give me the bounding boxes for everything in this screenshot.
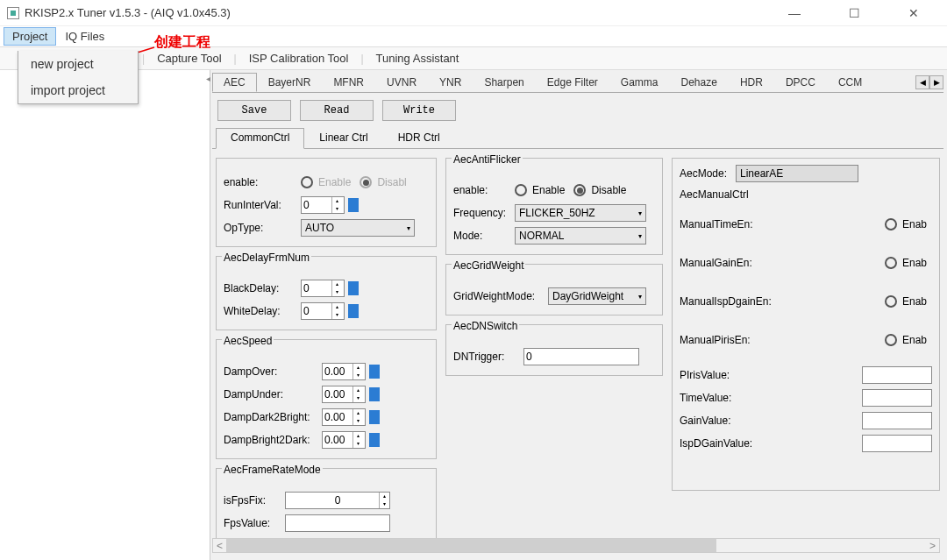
tool-tuning[interactable]: Tuning Assistant — [367, 52, 468, 65]
scroll-right-icon[interactable]: > — [926, 540, 939, 552]
ispdgainvalue-input[interactable] — [862, 435, 932, 452]
whitedelay-input[interactable]: 0▴▾ — [301, 302, 345, 320]
dampover-input[interactable]: 0.00▴▾ — [322, 363, 366, 380]
tab-uvnr[interactable]: UVNR — [375, 73, 428, 91]
subtabstrip: CommonCtrl Linear Ctrl HDR Ctrl — [212, 128, 943, 149]
indicator-icon — [369, 433, 380, 447]
manualgainen-radio[interactable] — [885, 257, 897, 269]
aecmode-select[interactable]: LinearAE — [736, 165, 858, 182]
indicator-icon — [348, 304, 359, 318]
blackdelay-input[interactable]: 0▴▾ — [301, 280, 345, 297]
tab-edgefilter[interactable]: Edge Filter — [536, 73, 609, 91]
aecmode-label: AecMode: — [680, 167, 732, 180]
tabstrip: AEC BayerNR MFNR UVNR YNR Sharpen Edge F… — [212, 72, 943, 93]
tab-mfnr[interactable]: MFNR — [322, 73, 375, 91]
timevalue-input[interactable] — [862, 389, 932, 407]
dampd2b-input[interactable]: 0.00▴▾ — [322, 408, 366, 426]
subtab-commonctrl[interactable]: CommonCtrl — [216, 128, 304, 149]
isfpsfix-label: isFpsFix: — [224, 494, 281, 507]
sidebar: ◂ — [0, 70, 210, 560]
tab-scroll-right-icon[interactable]: ▶ — [929, 75, 943, 89]
manualispdgainen-radio[interactable] — [885, 295, 897, 308]
tab-scroll-left-icon[interactable]: ◀ — [915, 75, 929, 89]
gridweight-label: GridWeightMode: — [453, 290, 545, 302]
af-enable-radio[interactable] — [515, 184, 527, 196]
manualispdgainen-label: ManualIspDgainEn: — [680, 295, 792, 308]
write-button[interactable]: Write — [382, 100, 456, 121]
tab-sharpen[interactable]: Sharpen — [473, 73, 535, 91]
menu-project[interactable]: Project — [4, 27, 56, 46]
tab-ynr[interactable]: YNR — [428, 73, 473, 91]
af-mode-select[interactable]: NORMAL▾ — [515, 227, 646, 245]
fpsvalue-label: FpsValue: — [224, 517, 281, 529]
subtab-linearctrl[interactable]: Linear Ctrl — [304, 128, 382, 148]
manualtimeen-radio[interactable] — [885, 218, 897, 230]
optype-label: OpType: — [224, 222, 297, 234]
manualtimeen-label: ManualTimeEn: — [680, 218, 771, 230]
group-dnswitch: AecDNSwitch DNTrigger: 0 — [445, 324, 663, 376]
tab-ccm[interactable]: CCM — [827, 73, 873, 91]
tab-aec[interactable]: AEC — [212, 73, 257, 92]
whitedelay-label: WhiteDelay: — [224, 305, 297, 317]
enable-radio[interactable] — [301, 176, 313, 188]
subtab-hdrctrl[interactable]: HDR Ctrl — [383, 128, 455, 148]
runinterval-label: RunInterVal: — [224, 199, 297, 211]
af-freq-label: Frequency: — [453, 207, 511, 219]
group-aecdelay: AecDelayFrmNum BlackDelay: 0▴▾ WhiteDela… — [216, 256, 437, 330]
gridweight-select[interactable]: DayGridWeight▾ — [548, 287, 646, 305]
window-controls: — ☐ ✕ — [775, 0, 940, 26]
af-enable-label: enable: — [453, 184, 511, 196]
tab-bayernr[interactable]: BayerNR — [257, 73, 323, 91]
runinterval-input[interactable]: 0▴▾ — [301, 196, 345, 214]
group-aecframerate: AecFrameRateMode isFpsFix: 0▴▾ FpsValue: — [216, 468, 437, 542]
tab-gamma[interactable]: Gamma — [609, 73, 670, 91]
enable-label: enable: — [224, 176, 297, 188]
isfpsfix-input[interactable]: 0▴▾ — [285, 492, 390, 509]
dntrigger-label: DNTrigger: — [453, 351, 520, 363]
menu-new-project[interactable]: new project — [18, 51, 138, 77]
dntrigger-input[interactable]: 0 — [523, 348, 639, 365]
disable-radio[interactable] — [360, 176, 372, 188]
maximize-button[interactable]: ☐ — [835, 0, 873, 26]
manualpirisen-radio[interactable] — [885, 334, 897, 346]
read-button[interactable]: Read — [300, 100, 374, 121]
af-mode-label: Mode: — [453, 230, 511, 242]
dampb2d-input[interactable]: 0.00▴▾ — [322, 431, 366, 449]
dampunder-label: DampUnder: — [224, 388, 318, 401]
optype-select[interactable]: AUTO▾ — [301, 219, 415, 237]
manualpirisen-label: ManualPirisEn: — [680, 334, 771, 346]
group-basic: enable: Enable Disabl RunInterVal: 0▴▾ O… — [216, 158, 437, 247]
pirisvalue-input[interactable] — [862, 366, 932, 384]
fpsvalue-input[interactable] — [285, 514, 390, 532]
group-antiflicker: AecAntiFlicker enable: Enable Disable Fr… — [445, 158, 663, 255]
pirisvalue-label: PIrisValue: — [680, 369, 771, 381]
titlebar: RKISP2.x Tuner v1.5.3 - (AIQ v1.0x45.3) … — [0, 0, 947, 26]
close-button[interactable]: ✕ — [894, 0, 933, 26]
aecmanualctrl-title: AecManualCtrl — [680, 188, 932, 201]
group-aecspeed: AecSpeed DampOver: 0.00▴▾ DampUnder: 0.0… — [216, 339, 437, 459]
gainvalue-input[interactable] — [862, 412, 932, 429]
tab-hdr[interactable]: HDR — [729, 73, 774, 91]
timevalue-label: TimeValue: — [680, 392, 771, 404]
tool-capture[interactable]: Capture Tool — [148, 52, 230, 65]
dampunder-input[interactable]: 0.00▴▾ — [322, 386, 366, 403]
scroll-left-icon[interactable]: < — [213, 540, 226, 552]
menu-iqfiles[interactable]: IQ Files — [56, 27, 113, 46]
af-freq-select[interactable]: FLICKER_50HZ▾ — [515, 204, 646, 222]
tab-dpcc[interactable]: DPCC — [774, 73, 827, 91]
group-gridweight: AecGridWeight GridWeightMode: DayGridWei… — [445, 264, 663, 315]
blackdelay-label: BlackDelay: — [224, 282, 297, 294]
gainvalue-label: GainValue: — [680, 415, 771, 427]
project-dropdown: new project import project — [18, 51, 139, 104]
indicator-icon — [369, 365, 380, 379]
indicator-icon — [369, 387, 380, 401]
horizontal-scrollbar[interactable]: < > — [212, 538, 940, 553]
af-disable-radio[interactable] — [573, 184, 586, 196]
tab-dehaze[interactable]: Dehaze — [670, 73, 729, 91]
minimize-button[interactable]: — — [775, 0, 814, 26]
tool-calibration[interactable]: ISP Calibration Tool — [240, 52, 358, 65]
save-button[interactable]: Save — [217, 100, 291, 121]
content-area: AEC BayerNR MFNR UVNR YNR Sharpen Edge F… — [210, 70, 947, 560]
dampb2d-label: DampBright2Dark: — [224, 434, 318, 446]
menu-import-project[interactable]: import project — [18, 77, 138, 103]
